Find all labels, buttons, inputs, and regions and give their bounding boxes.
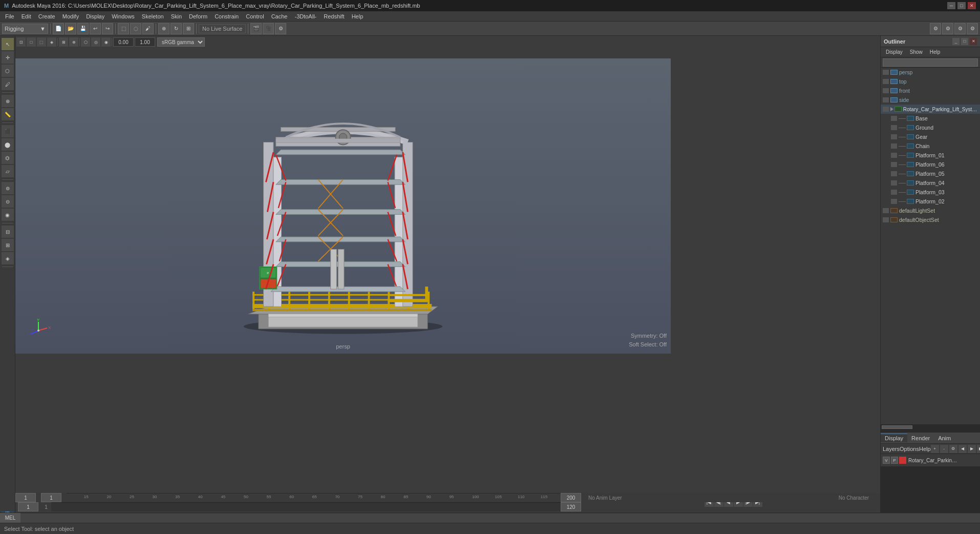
vp-btn-snap[interactable]: ⊕	[69, 37, 78, 47]
menu-display[interactable]: Display	[83, 13, 108, 20]
current-time-input[interactable]	[18, 502, 38, 511]
outliner-item-gear[interactable]: Gear	[881, 132, 980, 141]
cluster-button[interactable]: ◉	[2, 209, 14, 221]
vp-btn-dof[interactable]: ◉	[101, 37, 111, 47]
rigging-dropdown[interactable]: Rigging ▼	[2, 24, 48, 34]
measure-tool-button[interactable]: 📏	[2, 108, 14, 120]
outliner-item-platform03[interactable]: Platform_03	[881, 188, 980, 197]
cube-button[interactable]: ⬛	[2, 125, 14, 137]
tab-anim[interactable]: Anim	[934, 434, 955, 442]
lightset-vis-toggle[interactable]	[883, 208, 889, 213]
mel-input[interactable]	[20, 514, 980, 523]
settings-btn-3[interactable]: ⚙	[954, 23, 966, 34]
end-frame-input2[interactable]	[561, 493, 581, 502]
mel-tab[interactable]: MEL	[0, 513, 20, 523]
layers-menu-options[interactable]: Options	[900, 446, 919, 452]
menu-windows[interactable]: Windows	[109, 13, 138, 20]
layer-row-main[interactable]: V P Rotary_Car_Parking_Lift_...	[881, 455, 980, 465]
outliner-menu-display[interactable]: Display	[883, 49, 906, 55]
menu-file[interactable]: File	[2, 13, 17, 20]
show-manip-button[interactable]: ⊟	[2, 225, 14, 238]
ik-handle-button[interactable]: ⊝	[2, 195, 14, 208]
layer-p-toggle[interactable]: P	[891, 457, 898, 464]
tab-render[interactable]: Render	[907, 434, 934, 442]
redo-button[interactable]: ↪	[102, 23, 113, 34]
platform01-vis-toggle[interactable]	[891, 153, 897, 158]
close-button[interactable]: ✕	[968, 2, 976, 9]
platform02-vis-toggle[interactable]	[891, 199, 897, 204]
ipr-render-button[interactable]: 🎥	[263, 23, 274, 34]
layer-options-button[interactable]: ⚙	[949, 445, 957, 453]
outliner-item-main-group[interactable]: Rotary_Car_Parking_Lift_Syste...	[881, 105, 980, 114]
menu-control[interactable]: Control	[243, 13, 267, 20]
start-frame-input[interactable]	[15, 493, 36, 502]
platform03-vis-toggle[interactable]	[891, 190, 897, 195]
outliner-item-side[interactable]: side	[881, 95, 980, 105]
lasso-select-button[interactable]: ◌	[130, 23, 141, 34]
time-slider[interactable]: 1 5 10 15 20 25 30 35 40 45 50 55 60 65 …	[15, 493, 586, 502]
layer-prev-button[interactable]: ◀	[958, 445, 967, 453]
menu-cache[interactable]: Cache	[268, 13, 291, 20]
layers-menu-layers[interactable]: Layers	[883, 446, 900, 452]
start-frame-input2[interactable]	[41, 493, 61, 502]
menu-redshift[interactable]: Redshift	[321, 13, 347, 20]
vp-btn-grid[interactable]: ⊞	[59, 37, 68, 47]
render-button[interactable]: 🎬	[250, 23, 262, 34]
outliner-item-base[interactable]: Base	[881, 114, 980, 123]
vp-btn-selection[interactable]: □	[27, 37, 36, 47]
vp-gamma-select[interactable]: sRGB gamma	[157, 37, 205, 47]
outliner-item-defaultobjectset[interactable]: defaultObjectSet	[881, 215, 980, 224]
layers-menu-help[interactable]: Help	[919, 446, 931, 452]
outliner-max-button[interactable]: □	[961, 38, 968, 45]
settings-btn-2[interactable]: ⚙	[942, 23, 953, 34]
outliner-hscroll-thumb[interactable]	[882, 425, 912, 429]
platform04-vis-toggle[interactable]	[891, 180, 897, 186]
maximize-button[interactable]: □	[957, 2, 966, 9]
vp-btn-smooth[interactable]: ◈	[47, 37, 56, 47]
layer-color-swatch[interactable]	[899, 457, 906, 464]
render-settings-button[interactable]: ⚙	[275, 23, 286, 34]
delete-layer-button[interactable]: -	[940, 445, 948, 453]
top-vis-toggle[interactable]	[883, 79, 889, 84]
outliner-search-input[interactable]	[883, 58, 978, 67]
outliner-item-ground[interactable]: Ground	[881, 123, 980, 132]
create-layer-button[interactable]: +	[931, 445, 939, 453]
settings-btn-1[interactable]: ⚙	[930, 23, 941, 34]
sphere-button[interactable]: ⬤	[2, 138, 14, 151]
outliner-close-button[interactable]: ✕	[970, 38, 977, 45]
paint-tool-button[interactable]: 🖊	[2, 78, 14, 90]
menu-modify[interactable]: Modify	[59, 13, 82, 20]
main-group-vis-toggle[interactable]	[883, 107, 889, 112]
menu-edit[interactable]: Edit	[18, 13, 34, 20]
layer-v-toggle[interactable]: V	[883, 457, 890, 464]
outliner-item-platform06[interactable]: Platform_06	[881, 160, 980, 169]
objectset-vis-toggle[interactable]	[883, 217, 889, 222]
ground-vis-toggle[interactable]	[891, 125, 897, 130]
outliner-item-platform01[interactable]: Platform_01	[881, 151, 980, 160]
open-scene-button[interactable]: 📂	[65, 23, 76, 34]
outliner-hscroll[interactable]	[881, 424, 980, 429]
menu-3dtoall[interactable]: -3DtoAll-	[291, 13, 319, 20]
range-bar[interactable]	[15, 502, 586, 511]
soft-select-button[interactable]: ⊞	[2, 239, 14, 251]
vp-btn-ao[interactable]: ◎	[91, 37, 100, 47]
vp-btn-wireframe[interactable]: ⬚	[37, 37, 46, 47]
end-frame-input[interactable]	[561, 502, 581, 511]
outliner-menu-show[interactable]: Show	[907, 49, 926, 55]
select-mode-button[interactable]: ⬚	[118, 23, 129, 34]
outliner-item-front[interactable]: front	[881, 86, 980, 95]
outliner-item-chain[interactable]: Chain	[881, 141, 980, 151]
base-vis-toggle[interactable]	[891, 116, 897, 121]
joint-tool-button[interactable]: ⊚	[2, 182, 14, 194]
chain-vis-toggle[interactable]	[891, 143, 897, 149]
lasso-tool-button[interactable]: ⬡	[2, 65, 14, 77]
menu-skeleton[interactable]: Skeleton	[139, 13, 167, 20]
side-vis-toggle[interactable]	[883, 97, 889, 102]
move-tool-button[interactable]: ✛	[2, 51, 14, 64]
cylinder-button[interactable]: ⏣	[2, 152, 14, 164]
menu-create[interactable]: Create	[35, 13, 58, 20]
rotate-button[interactable]: ↻	[171, 23, 182, 34]
outliner-menu-help[interactable]: Help	[927, 49, 944, 55]
vp-exposure-input[interactable]	[113, 37, 134, 47]
minimize-button[interactable]: ─	[947, 2, 955, 9]
